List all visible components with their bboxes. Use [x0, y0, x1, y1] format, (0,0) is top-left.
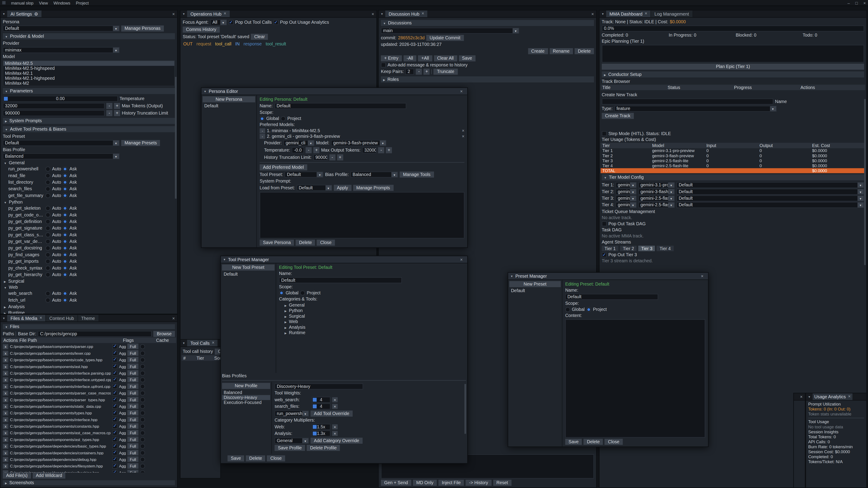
auto-radio[interactable] [45, 266, 51, 271]
full-button[interactable]: Full [127, 410, 138, 416]
remove-multiplier-button[interactable]: × [332, 431, 338, 436]
remove-file-button[interactable]: x [3, 397, 8, 402]
full-button[interactable]: Full [127, 470, 138, 473]
md-only-button[interactable]: MD Only [413, 480, 437, 486]
add-preferred-model-button[interactable]: Add Preferred Model [260, 164, 307, 170]
remove-file-button[interactable]: x [3, 370, 8, 376]
provider-select[interactable]: gemini_cli▼ [283, 140, 314, 146]
slider-grab[interactable] [313, 398, 317, 402]
full-button[interactable]: Full [127, 377, 138, 382]
auto-radio[interactable] [45, 259, 51, 264]
profile-name-input[interactable]: Discovery-Heavy [275, 383, 363, 390]
delete-persona-button[interactable]: Delete [296, 239, 315, 246]
scrollbar-thumb[interactable] [864, 99, 866, 265]
ask-radio[interactable] [63, 272, 68, 277]
tier-preset-select[interactable]: Default▼ [677, 195, 864, 201]
tool-group-python[interactable]: ▼Python [3, 200, 175, 205]
stream-tab[interactable]: Tier 2 [620, 246, 637, 251]
agg-checkbox[interactable]: ✓ [112, 437, 117, 442]
auto-radio[interactable] [45, 219, 51, 224]
full-button[interactable]: Full [127, 397, 138, 402]
save-profile-button[interactable]: Save Profile [275, 445, 305, 451]
close-icon[interactable]: × [848, 394, 850, 399]
ask-radio[interactable] [63, 193, 68, 198]
minimize-icon[interactable]: – [847, 0, 850, 5]
new-persona-button[interactable]: New Persona [203, 96, 255, 102]
tab-list-icon[interactable]: ▼ [180, 11, 187, 17]
history-limit-input[interactable]: 900000 [3, 110, 105, 116]
category-override-select[interactable]: General▼ [275, 437, 309, 444]
add-files-button[interactable]: Add File(s) [3, 473, 31, 479]
model-list-item[interactable]: MiniMax-M2.1-highspeed [3, 76, 175, 81]
delete-tool-preset-button[interactable]: Delete [246, 455, 266, 462]
menu-item-windows[interactable]: Windows [54, 0, 70, 5]
parameters-header[interactable]: ▼Parameters [3, 88, 175, 94]
full-button[interactable]: Full [127, 423, 138, 429]
full-button[interactable]: Full [127, 463, 138, 468]
cache-indicator[interactable] [140, 364, 145, 369]
tool-override-select[interactable]: run_powershell▼ [275, 411, 309, 417]
increment-button[interactable]: + [313, 147, 319, 153]
close-icon[interactable]: × [223, 11, 226, 16]
decrement-button[interactable]: - [329, 154, 336, 160]
agg-checkbox[interactable]: ✓ [112, 470, 117, 473]
new-profile-button[interactable]: New Profile [222, 383, 270, 389]
close-icon[interactable]: × [699, 273, 706, 279]
tier-model-select[interactable]: gemini-3-flash-preview▼ [638, 189, 675, 195]
full-button[interactable]: Full [127, 456, 138, 462]
active-tools-header[interactable]: ▼Active Tool Presets & Biases [3, 126, 175, 132]
remove-file-button[interactable]: x [3, 450, 8, 455]
delete-profile-button[interactable]: Delete Profile [307, 445, 340, 451]
cache-indicator[interactable] [140, 384, 145, 389]
tab-mma-dashboard[interactable]: MMA Dashboard× [606, 11, 651, 17]
cache-indicator[interactable] [140, 437, 145, 442]
scope-global-radio[interactable] [260, 116, 265, 121]
agg-checkbox[interactable]: ✓ [112, 417, 117, 422]
decrement-button[interactable]: - [106, 110, 112, 116]
remove-file-button[interactable]: x [3, 377, 8, 382]
cache-indicator[interactable] [140, 417, 145, 422]
ask-radio[interactable] [63, 166, 68, 171]
inject-file-button[interactable]: Inject File [438, 480, 464, 486]
system-prompts-header[interactable]: ▶System Prompts [3, 118, 175, 124]
delete-discussion-button[interactable]: Delete [575, 48, 594, 54]
close-icon[interactable]: × [39, 316, 42, 320]
agg-checkbox[interactable]: ✓ [112, 450, 117, 455]
full-button[interactable]: Full [127, 357, 138, 362]
close-dialog-button[interactable]: Close [604, 439, 622, 445]
stream-tab[interactable]: Tier 3 [638, 246, 655, 251]
menu-item-view[interactable]: View [39, 0, 48, 5]
full-button[interactable]: Full [127, 443, 138, 449]
load-from-preset-select[interactable]: Default▼ [297, 185, 332, 191]
persona-name-input[interactable]: Default [274, 103, 406, 109]
cache-indicator[interactable] [140, 350, 145, 355]
auto-radio[interactable] [45, 246, 51, 251]
model-list-item[interactable]: MiniMax-M2 [3, 81, 175, 86]
manage-presets-button[interactable]: Manage Presets [121, 140, 160, 146]
remove-file-button[interactable]: x [3, 404, 8, 409]
ask-radio[interactable] [63, 232, 68, 237]
reset-button[interactable]: Reset [493, 480, 511, 486]
agg-checkbox[interactable]: ✓ [112, 350, 117, 355]
agg-checkbox[interactable]: ✓ [112, 397, 117, 402]
cache-indicator[interactable] [140, 410, 145, 415]
remove-file-button[interactable]: x [3, 350, 8, 355]
ask-radio[interactable] [63, 219, 68, 224]
model-list-item[interactable]: MiniMax-M2.5 [3, 61, 175, 66]
remove-file-button[interactable]: x [3, 424, 8, 429]
multiplier-slider[interactable]: 1.5x [312, 424, 331, 430]
ask-radio[interactable] [63, 206, 68, 211]
remove-file-button[interactable]: x [3, 417, 8, 422]
remove-file-button[interactable]: x [3, 437, 8, 442]
tier-model-select[interactable]: gemini-2.5-flash-lite▼ [638, 202, 675, 208]
update-commit-button[interactable]: Update Commit [426, 35, 464, 41]
base-dir-input[interactable]: C:/projects/gencpp [38, 331, 152, 337]
scope-project-radio[interactable] [586, 307, 591, 312]
tier-provider-select[interactable]: gemini▼ [616, 195, 637, 201]
maximize-icon[interactable]: □ [855, 0, 858, 5]
tool-group-runtime[interactable]: ▶Runtime [3, 311, 175, 314]
agg-checkbox[interactable]: ✓ [112, 344, 117, 349]
agg-checkbox[interactable]: ✓ [112, 463, 117, 468]
agg-checkbox[interactable]: ✓ [112, 364, 117, 369]
persona-select[interactable]: Default▼ [3, 26, 120, 32]
